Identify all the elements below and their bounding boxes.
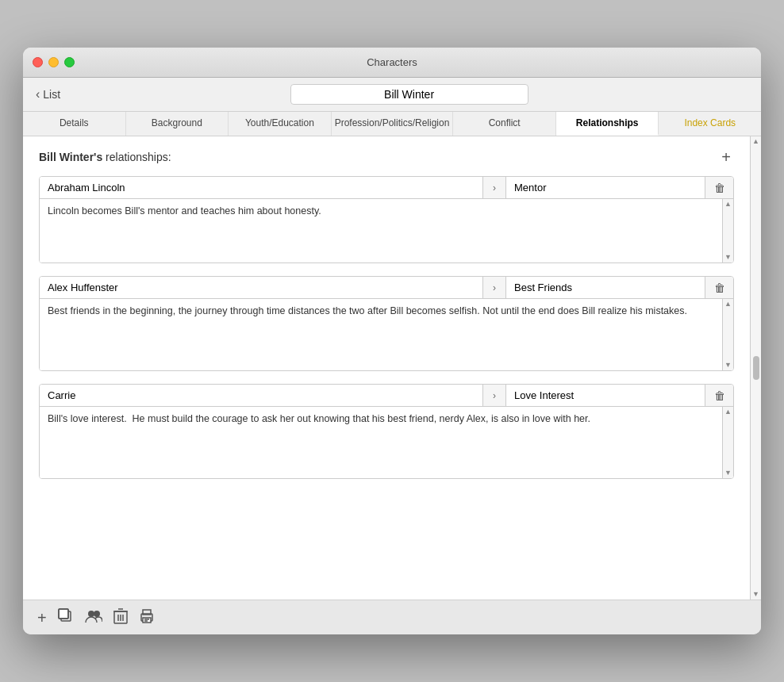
back-label: List [43, 88, 60, 101]
toolbar: ‹ List [23, 78, 761, 112]
tab-index-cards[interactable]: Index Cards [659, 112, 761, 136]
scroll-up-icon[interactable]: ▲ [724, 408, 732, 416]
tab-details[interactable]: Details [23, 112, 126, 136]
card-name-input[interactable] [40, 177, 482, 198]
relationship-card: › 🗑 ▲ ▼ [39, 276, 734, 371]
add-button[interactable]: + [36, 608, 48, 627]
card-header: › 🗑 [40, 177, 733, 199]
print-button[interactable] [137, 607, 156, 627]
card-type-input[interactable] [506, 385, 705, 406]
group-button[interactable] [83, 607, 104, 627]
svg-rect-13 [143, 618, 151, 623]
card-name-input[interactable] [40, 385, 482, 406]
tab-relationships[interactable]: Relationships [556, 112, 659, 136]
card-delete-button[interactable]: 🗑 [705, 177, 733, 198]
relationships-header: Bill Winter's relationships: + [39, 149, 734, 165]
tabs-bar: Details Background Youth/Education Profe… [23, 112, 761, 136]
scroll-up-icon[interactable]: ▲ [724, 201, 732, 208]
minimize-button[interactable] [48, 57, 59, 67]
card-scrollbar: ▲ ▼ [722, 199, 733, 262]
card-header: › 🗑 [40, 385, 733, 407]
card-type-input[interactable] [506, 177, 705, 198]
relationship-card: › 🗑 ▲ ▼ [39, 384, 734, 479]
outer-scrollbar[interactable]: ▲ ▼ [750, 136, 761, 600]
card-delete-button[interactable]: 🗑 [705, 385, 733, 406]
scroll-track [753, 145, 759, 591]
tab-background[interactable]: Background [126, 112, 229, 136]
duplicate-button[interactable] [56, 607, 75, 628]
card-arrow-icon: › [482, 277, 506, 298]
scroll-up-icon[interactable]: ▲ [724, 301, 732, 308]
maximize-button[interactable] [64, 57, 75, 67]
relationship-card: › 🗑 ▲ ▼ [39, 176, 734, 263]
card-scrollbar: ▲ ▼ [722, 407, 733, 478]
titlebar: Characters [23, 48, 761, 78]
tab-youth[interactable]: Youth/Education [229, 112, 332, 136]
character-name-input[interactable] [290, 84, 528, 105]
main-window: Characters ‹ List Details Background You… [23, 48, 761, 634]
content-area: Bill Winter's relationships: + › 🗑 ▲ [23, 136, 750, 600]
card-type-input[interactable] [506, 277, 705, 298]
back-chevron-icon: ‹ [36, 87, 40, 102]
tab-conflict[interactable]: Conflict [453, 112, 556, 136]
tab-profession[interactable]: Profession/Politics/Religion [332, 112, 454, 136]
traffic-lights [33, 57, 75, 67]
back-button[interactable]: ‹ List [36, 87, 60, 102]
card-description-input[interactable] [40, 199, 722, 262]
card-body: ▲ ▼ [40, 407, 733, 478]
card-delete-button[interactable]: 🗑 [705, 277, 733, 298]
scroll-down-icon[interactable]: ▼ [724, 362, 732, 369]
card-body: ▲ ▼ [40, 199, 733, 262]
card-name-input[interactable] [40, 277, 482, 298]
card-scrollbar: ▲ ▼ [722, 299, 733, 370]
card-arrow-icon: › [482, 385, 506, 406]
scroll-thumb[interactable] [753, 356, 759, 380]
scroll-down-icon[interactable]: ▼ [724, 469, 732, 477]
content-wrapper: Bill Winter's relationships: + › 🗑 ▲ [23, 136, 761, 600]
card-arrow-icon: › [482, 177, 506, 198]
delete-button[interactable] [112, 607, 129, 628]
spacer [39, 492, 734, 587]
svg-point-4 [94, 611, 100, 617]
svg-point-3 [88, 611, 94, 617]
character-name-field[interactable] [290, 84, 528, 105]
scroll-up-icon[interactable]: ▲ [752, 138, 759, 145]
card-body: ▲ ▼ [40, 299, 733, 370]
scroll-down-icon[interactable]: ▼ [752, 591, 759, 598]
bottom-toolbar: + [23, 600, 761, 634]
add-relationship-button[interactable]: + [718, 149, 734, 165]
scroll-down-icon[interactable]: ▼ [724, 254, 732, 261]
svg-rect-1 [59, 609, 68, 619]
card-header: › 🗑 [40, 277, 733, 299]
window-title: Characters [367, 56, 417, 68]
relationships-title: Bill Winter's relationships: [39, 151, 171, 163]
card-description-input[interactable] [40, 299, 722, 370]
close-button[interactable] [33, 57, 43, 67]
card-description-input[interactable] [40, 407, 722, 478]
